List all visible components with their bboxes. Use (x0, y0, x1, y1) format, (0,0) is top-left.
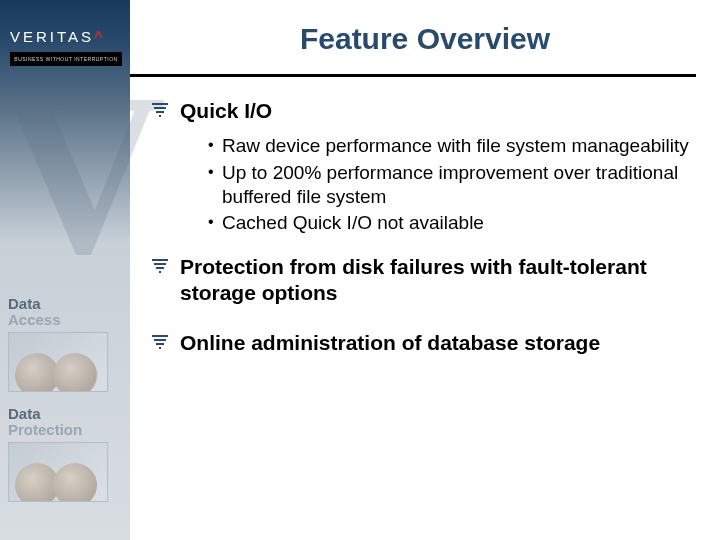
side-card-line2: Protection (8, 421, 82, 438)
dot-icon: • (208, 161, 222, 183)
tornado-bullet-icon (150, 334, 172, 350)
sub-list: •Raw device performance with file system… (208, 134, 690, 235)
sub-item: •Raw device performance with file system… (208, 134, 690, 158)
brand-name: VERITAS (10, 28, 94, 45)
side-card-line1: Data (8, 295, 41, 312)
bullet-text: Quick I/O (180, 98, 272, 124)
tornado-bullet-icon (150, 102, 172, 118)
brand-logo: VERITAS^ (10, 28, 106, 45)
sub-item: •Up to 200% performance improvement over… (208, 161, 690, 210)
brand-tagline: BUSINESS WITHOUT INTERRUPTION (10, 52, 122, 66)
sub-text: Cached Quick I/O not available (222, 211, 484, 235)
dot-icon: • (208, 211, 222, 233)
side-card-thumb (8, 442, 108, 502)
watermark-v-icon: V (0, 60, 150, 300)
bullet-item: Protection from disk failures with fault… (150, 254, 690, 307)
sub-item: •Cached Quick I/O not available (208, 211, 690, 235)
brand-caret-icon: ^ (94, 28, 106, 45)
title-divider (130, 74, 696, 77)
bullet-item: Quick I/O (150, 98, 690, 124)
bullet-text: Online administration of database storag… (180, 330, 600, 356)
tornado-bullet-icon (150, 258, 172, 274)
bullet-item: Online administration of database storag… (150, 330, 690, 356)
side-card-thumb (8, 332, 108, 392)
side-card-line1: Data (8, 405, 41, 422)
slide-body: Quick I/O •Raw device performance with f… (150, 98, 690, 366)
bullet-text: Protection from disk failures with fault… (180, 254, 690, 307)
slide-title: Feature Overview (130, 22, 720, 56)
side-card-protection: Data Protection (0, 400, 130, 512)
sidebar: VERITAS^ BUSINESS WITHOUT INTERRUPTION V… (0, 0, 130, 540)
side-card-line2: Access (8, 311, 61, 328)
dot-icon: • (208, 134, 222, 156)
sub-text: Up to 200% performance improvement over … (222, 161, 690, 210)
side-card-access: Data Access (0, 290, 130, 402)
sub-text: Raw device performance with file system … (222, 134, 689, 158)
